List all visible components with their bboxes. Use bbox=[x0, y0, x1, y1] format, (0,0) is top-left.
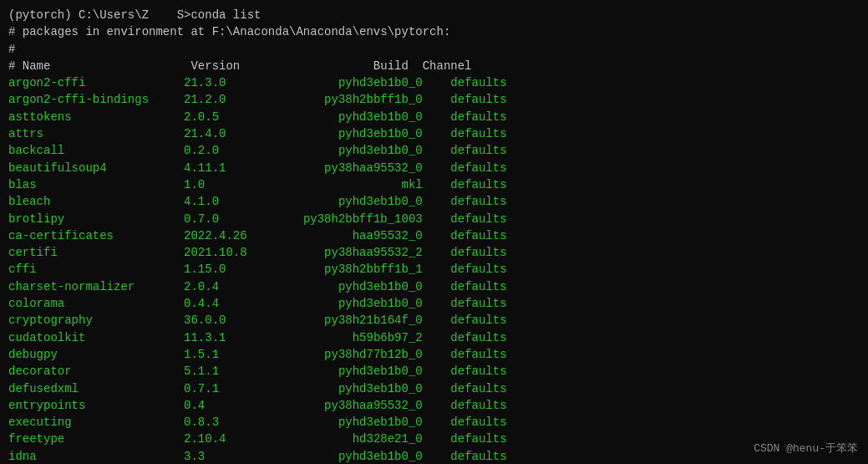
pkg-version: 0.2.0 bbox=[184, 142, 268, 159]
table-row: charset-normalizer 2.0.4 pyhd3eb1b0_0 de… bbox=[8, 278, 860, 295]
table-row: backcall 0.2.0 pyhd3eb1b0_0 defaults bbox=[8, 142, 860, 159]
pkg-channel: defaults bbox=[423, 91, 507, 108]
pkg-build: pyhd3eb1b0_0 bbox=[268, 142, 423, 159]
pkg-name: argon2-cffi bbox=[8, 74, 184, 91]
table-row: decorator 5.1.1 pyhd3eb1b0_0 defaults bbox=[8, 363, 860, 380]
pkg-build: py38haa95532_0 bbox=[268, 160, 423, 176]
pkg-name: executing bbox=[8, 414, 184, 431]
pkg-channel: defaults bbox=[423, 109, 507, 125]
terminal-window: (pytorch) C:\Users\Z S>conda list # pack… bbox=[0, 0, 868, 464]
table-row: argon2-cffi 21.3.0 pyhd3eb1b0_0 defaults bbox=[8, 74, 860, 91]
pkg-name: bleach bbox=[8, 193, 184, 210]
pkg-build: pyhd3eb1b0_0 bbox=[268, 414, 423, 431]
pkg-channel: defaults bbox=[423, 329, 507, 346]
pkg-build: py38haa95532_2 bbox=[268, 244, 423, 261]
pkg-version: 0.7.1 bbox=[184, 380, 268, 397]
pkg-build: haa95532_0 bbox=[268, 227, 423, 244]
table-row: cudatoolkit 11.3.1 h59b6b97_2 defaults bbox=[8, 329, 860, 346]
pkg-version: 2.10.4 bbox=[184, 431, 268, 447]
pkg-build: pyhd3eb1b0_0 bbox=[268, 278, 423, 295]
pkg-name: idna bbox=[8, 448, 184, 464]
pkg-version: 1.0 bbox=[184, 176, 268, 193]
table-row: bleach 4.1.0 pyhd3eb1b0_0 defaults bbox=[8, 193, 860, 210]
pkg-version: 36.0.0 bbox=[184, 312, 268, 329]
table-row: entrypoints 0.4 py38haa95532_0 defaults bbox=[8, 397, 860, 414]
pkg-version: 2021.10.8 bbox=[184, 244, 268, 261]
table-row: certifi 2021.10.8 py38haa95532_2 default… bbox=[8, 244, 860, 261]
pkg-build: pyhd3eb1b0_0 bbox=[268, 295, 423, 312]
pkg-version: 21.3.0 bbox=[184, 74, 268, 91]
header-line-2: # bbox=[8, 41, 860, 58]
table-row: blas 1.0 mkl defaults bbox=[8, 176, 860, 193]
pkg-build: hd328e21_0 bbox=[268, 431, 423, 447]
pkg-name: asttokens bbox=[8, 109, 184, 125]
pkg-version: 0.4.4 bbox=[184, 295, 268, 312]
pkg-build: py38h2bbff1b_1 bbox=[268, 261, 423, 278]
pkg-channel: defaults bbox=[423, 125, 507, 142]
pkg-name: charset-normalizer bbox=[8, 278, 184, 295]
pkg-name: blas bbox=[8, 176, 184, 193]
pkg-name: attrs bbox=[8, 125, 184, 142]
pkg-channel: defaults bbox=[423, 74, 507, 91]
pkg-name: decorator bbox=[8, 363, 184, 380]
pkg-name: ca-certificates bbox=[8, 227, 184, 244]
table-row: cffi 1.15.0 py38h2bbff1b_1 defaults bbox=[8, 261, 860, 278]
pkg-version: 4.11.1 bbox=[184, 160, 268, 176]
pkg-name: certifi bbox=[8, 244, 184, 261]
pkg-name: debugpy bbox=[8, 346, 184, 363]
pkg-channel: defaults bbox=[423, 312, 507, 329]
package-list: argon2-cffi 21.3.0 pyhd3eb1b0_0 defaults… bbox=[8, 74, 860, 464]
pkg-version: 21.2.0 bbox=[184, 91, 268, 108]
table-row: defusedxml 0.7.1 pyhd3eb1b0_0 defaults bbox=[8, 380, 860, 397]
pkg-build: pyhd3eb1b0_0 bbox=[268, 74, 423, 91]
pkg-channel: defaults bbox=[423, 176, 507, 193]
pkg-version: 21.4.0 bbox=[184, 125, 268, 142]
pkg-channel: defaults bbox=[423, 160, 507, 176]
pkg-version: 5.1.1 bbox=[184, 363, 268, 380]
pkg-channel: defaults bbox=[423, 193, 507, 210]
table-row: executing 0.8.3 pyhd3eb1b0_0 defaults bbox=[8, 414, 860, 431]
pkg-name: cudatoolkit bbox=[8, 329, 184, 346]
pkg-channel: defaults bbox=[423, 227, 507, 244]
pkg-name: entrypoints bbox=[8, 397, 184, 414]
pkg-name: beautifulsoup4 bbox=[8, 160, 184, 176]
prompt-line: (pytorch) C:\Users\Z S>conda list bbox=[8, 7, 860, 23]
table-row: cryptography 36.0.0 py38h21b164f_0 defau… bbox=[8, 312, 860, 329]
pkg-channel: defaults bbox=[423, 244, 507, 261]
pkg-version: 0.4 bbox=[184, 397, 268, 414]
table-row: beautifulsoup4 4.11.1 py38haa95532_0 def… bbox=[8, 160, 860, 176]
table-row: colorama 0.4.4 pyhd3eb1b0_0 defaults bbox=[8, 295, 860, 312]
pkg-version: 2022.4.26 bbox=[184, 227, 268, 244]
table-row: ca-certificates 2022.4.26 haa95532_0 def… bbox=[8, 227, 860, 244]
pkg-build: pyhd3eb1b0_0 bbox=[268, 380, 423, 397]
pkg-build: h59b6b97_2 bbox=[268, 329, 423, 346]
table-row: brotlipy 0.7.0 py38h2bbff1b_1003 default… bbox=[8, 211, 860, 227]
pkg-version: 1.5.1 bbox=[184, 346, 268, 363]
pkg-channel: defaults bbox=[423, 211, 507, 227]
pkg-build: pyhd3eb1b0_0 bbox=[268, 109, 423, 125]
pkg-name: colorama bbox=[8, 295, 184, 312]
pkg-version: 0.7.0 bbox=[184, 211, 268, 227]
header-line-1: # packages in environment at F:\Anaconda… bbox=[8, 23, 860, 40]
pkg-channel: defaults bbox=[423, 278, 507, 295]
pkg-version: 11.3.1 bbox=[184, 329, 268, 346]
column-header: # Name Version Build Channel bbox=[8, 58, 860, 74]
table-row: debugpy 1.5.1 py38hd77b12b_0 defaults bbox=[8, 346, 860, 363]
pkg-build: pyhd3eb1b0_0 bbox=[268, 448, 423, 464]
pkg-build: py38haa95532_0 bbox=[268, 397, 423, 414]
pkg-build: pyhd3eb1b0_0 bbox=[268, 193, 423, 210]
pkg-version: 1.15.0 bbox=[184, 261, 268, 278]
pkg-name: argon2-cffi-bindings bbox=[8, 91, 184, 108]
pkg-channel: defaults bbox=[423, 431, 507, 447]
pkg-channel: defaults bbox=[423, 397, 507, 414]
pkg-channel: defaults bbox=[423, 346, 507, 363]
pkg-name: backcall bbox=[8, 142, 184, 159]
pkg-version: 0.8.3 bbox=[184, 414, 268, 431]
pkg-name: cffi bbox=[8, 261, 184, 278]
pkg-channel: defaults bbox=[423, 414, 507, 431]
pkg-build: py38h21b164f_0 bbox=[268, 312, 423, 329]
table-row: asttokens 2.0.5 pyhd3eb1b0_0 defaults bbox=[8, 109, 860, 125]
pkg-channel: defaults bbox=[423, 295, 507, 312]
pkg-build: pyhd3eb1b0_0 bbox=[268, 363, 423, 380]
pkg-name: brotlipy bbox=[8, 211, 184, 227]
